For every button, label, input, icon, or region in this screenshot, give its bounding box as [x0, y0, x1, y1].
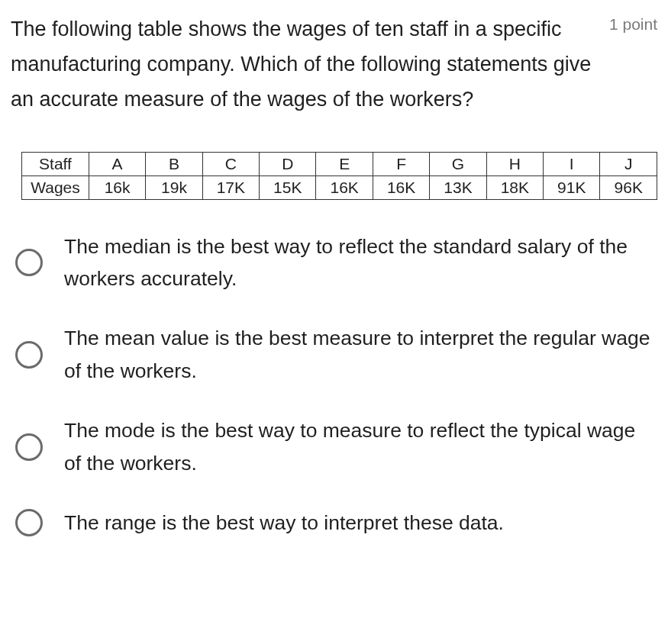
- option-text: The median is the best way to reflect th…: [64, 230, 657, 295]
- wage-h: 18K: [486, 175, 543, 199]
- radio-icon[interactable]: [15, 249, 43, 276]
- header-a: A: [89, 152, 145, 175]
- header-d: D: [260, 152, 316, 175]
- wages-table-wrap: Staff A B C D E F G H I J Wages 16k 19k …: [21, 152, 657, 200]
- wage-f: 16K: [373, 175, 429, 199]
- row-label-wages: Wages: [22, 175, 89, 199]
- header-j: J: [600, 152, 657, 175]
- header-e: E: [316, 152, 373, 175]
- wage-c: 17K: [202, 175, 259, 199]
- header-b: B: [146, 152, 202, 175]
- table-data-row: Wages 16k 19k 17K 15K 16K 16K 13K 18K 91…: [22, 175, 657, 199]
- wage-j: 96K: [600, 175, 657, 199]
- wage-b: 19k: [146, 175, 202, 199]
- header-staff: Staff: [22, 152, 89, 175]
- radio-icon[interactable]: [15, 341, 43, 369]
- option-4[interactable]: The range is the best way to interpret t…: [15, 507, 657, 539]
- points-label: 1 point: [609, 12, 657, 34]
- wage-e: 16K: [316, 175, 373, 199]
- header-g: G: [430, 152, 486, 175]
- wage-g: 13K: [430, 175, 486, 199]
- wages-table: Staff A B C D E F G H I J Wages 16k 19k …: [21, 152, 657, 200]
- option-3[interactable]: The mode is the best way to measure to r…: [15, 414, 657, 479]
- option-text: The mean value is the best measure to in…: [64, 322, 657, 387]
- radio-icon[interactable]: [15, 433, 43, 461]
- options-list: The median is the best way to reflect th…: [11, 230, 657, 539]
- option-1[interactable]: The median is the best way to reflect th…: [15, 230, 657, 295]
- header-h: H: [486, 152, 543, 175]
- wage-i: 91K: [544, 175, 600, 199]
- question-header: The following table shows the wages of t…: [11, 12, 657, 118]
- header-i: I: [544, 152, 600, 175]
- option-2[interactable]: The mean value is the best measure to in…: [15, 322, 657, 387]
- option-text: The mode is the best way to measure to r…: [64, 414, 657, 479]
- table-header-row: Staff A B C D E F G H I J: [22, 152, 657, 175]
- header-f: F: [373, 152, 429, 175]
- header-c: C: [202, 152, 259, 175]
- radio-icon[interactable]: [15, 509, 43, 536]
- option-text: The range is the best way to interpret t…: [64, 507, 504, 539]
- question-text: The following table shows the wages of t…: [11, 12, 594, 118]
- wage-a: 16k: [89, 175, 145, 199]
- wage-d: 15K: [260, 175, 316, 199]
